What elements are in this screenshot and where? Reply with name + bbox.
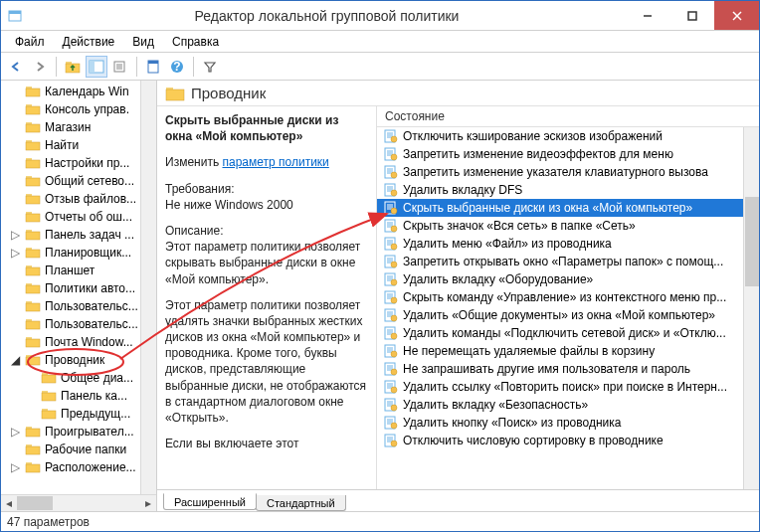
export-list-button[interactable]	[109, 56, 131, 78]
tree-item[interactable]: Предыдущ...	[1, 405, 156, 423]
window-title: Редактор локальной групповой политики	[29, 8, 625, 24]
edit-policy-link[interactable]: параметр политики	[222, 155, 328, 169]
close-button[interactable]	[714, 1, 759, 30]
list-item[interactable]: Удалить «Общие документы» из окна «Мой к…	[377, 306, 759, 324]
tree-item[interactable]: Планшет	[1, 262, 156, 279]
tree-item[interactable]: Пользовательс...	[1, 315, 156, 333]
list-item[interactable]: Отключить числовую сортировку в проводни…	[377, 432, 759, 449]
tree-item[interactable]: Политики авто...	[1, 279, 156, 297]
list-item[interactable]: Скрыть выбранные диски из окна «Мой комп…	[377, 199, 759, 217]
list-vscrollbar[interactable]	[743, 127, 759, 489]
up-button[interactable]	[62, 56, 84, 78]
show-hide-tree-button[interactable]	[86, 56, 107, 78]
policy-icon	[383, 379, 399, 395]
svg-rect-3	[688, 12, 696, 20]
back-button[interactable]	[5, 56, 27, 78]
list-item-label: Удалить команды «Подключить сетевой диск…	[403, 326, 726, 340]
folder-icon	[25, 300, 41, 312]
maximize-button[interactable]	[669, 1, 714, 30]
menu-action[interactable]: Действие	[55, 33, 123, 51]
policy-icon	[383, 325, 399, 341]
list-item[interactable]: Удалить команды «Подключить сетевой диск…	[377, 324, 759, 342]
list-item[interactable]: Не перемещать удаляемые файлы в корзину	[377, 342, 759, 360]
list-item-label: Скрыть значок «Вся сеть» в папке «Сеть»	[403, 219, 636, 233]
tab-standard[interactable]: Стандартный	[256, 495, 346, 511]
tree-item-label: Магазин	[45, 120, 91, 134]
svg-rect-29	[26, 178, 40, 186]
tree-item[interactable]: Панель ка...	[1, 387, 156, 405]
list-item[interactable]: Удалить вкладку «Оборудование»	[377, 270, 759, 288]
titlebar: Редактор локальной групповой политики	[1, 1, 759, 31]
list-item-label: Скрыть выбранные диски из окна «Мой комп…	[403, 201, 692, 215]
tree-item[interactable]: Отзыв файлов...	[1, 190, 156, 208]
svg-text:?: ?	[173, 60, 180, 74]
list-item-label: Запретить изменение указателя клавиатурн…	[403, 165, 708, 179]
tree-item-label: Настройки пр...	[45, 156, 129, 170]
tree-item[interactable]: Почта Window...	[1, 333, 156, 351]
policy-icon	[383, 218, 399, 234]
tree-hscrollbar[interactable]: ◂▸	[1, 494, 156, 511]
minimize-button[interactable]	[625, 1, 669, 30]
forward-button[interactable]	[29, 56, 51, 78]
list-item[interactable]: Скрыть значок «Вся сеть» в папке «Сеть»	[377, 217, 759, 235]
list-item[interactable]: Скрыть команду «Управление» из контекстн…	[377, 288, 759, 306]
help-button[interactable]: ?	[166, 56, 188, 78]
folder-icon	[25, 247, 41, 259]
folder-icon	[25, 318, 41, 330]
list-item-label: Не запрашивать другие имя пользователя и…	[403, 362, 690, 376]
svg-rect-51	[42, 375, 56, 383]
tree-item[interactable]: Рабочие папки	[1, 441, 156, 458]
policy-title: Скрыть выбранные диски из окна «Мой комп…	[165, 112, 368, 144]
filter-button[interactable]	[199, 56, 221, 78]
menu-file[interactable]: Файл	[7, 33, 53, 51]
tree-item-label: Панель задач ...	[45, 228, 134, 242]
tree-item[interactable]: ▷Планировщик...	[1, 244, 156, 262]
folder-icon	[25, 354, 41, 366]
svg-rect-21	[26, 106, 40, 114]
folder-icon	[25, 426, 41, 438]
list-item[interactable]: Удалить меню «Файл» из проводника	[377, 235, 759, 253]
tree-item[interactable]: Магазин	[1, 118, 156, 136]
tree-item[interactable]: Общий сетево...	[1, 172, 156, 190]
svg-rect-37	[26, 250, 40, 258]
folder-icon	[25, 282, 41, 294]
tree-item[interactable]: Консоль управ.	[1, 100, 156, 118]
tree-item-label: Консоль управ.	[45, 102, 129, 116]
list-item[interactable]: Удалить кнопку «Поиск» из проводника	[377, 414, 759, 432]
statusbar: 47 параметров	[1, 511, 759, 531]
list-column-state[interactable]: Состояние	[377, 106, 759, 127]
list-item[interactable]: Отключить кэширование эскизов изображени…	[377, 127, 759, 145]
policy-icon	[383, 164, 399, 180]
tree-item[interactable]: Календарь Win	[1, 83, 156, 100]
list-item[interactable]: Удалить вкладку DFS	[377, 181, 759, 199]
tree-item[interactable]: ▷Панель задач ...	[1, 226, 156, 244]
folder-icon	[41, 408, 57, 420]
tab-extended[interactable]: Расширенный	[163, 493, 257, 510]
menu-view[interactable]: Вид	[124, 33, 162, 51]
folder-icon	[25, 139, 41, 151]
list-item[interactable]: Удалить ссылку «Повторить поиск» при пои…	[377, 378, 759, 396]
tree-item[interactable]: ▷Проигрывател...	[1, 423, 156, 441]
tree-item[interactable]: Настройки пр...	[1, 154, 156, 172]
tree-vscrollbar[interactable]	[140, 81, 156, 494]
svg-rect-47	[26, 339, 40, 347]
tree-item[interactable]: Пользовательс...	[1, 297, 156, 315]
list-item[interactable]: Не запрашивать другие имя пользователя и…	[377, 360, 759, 378]
tree-item[interactable]: Найти	[1, 136, 156, 154]
tree-item[interactable]: ◢Проводник	[1, 351, 156, 369]
list-item[interactable]: Запретить открывать окно «Параметры папо…	[377, 253, 759, 270]
tree-panel: Календарь WinКонсоль управ.МагазинНайтиН…	[1, 81, 157, 511]
tree-item[interactable]: Общее диа...	[1, 369, 156, 387]
list-item-label: Удалить ссылку «Повторить поиск» при пои…	[403, 380, 727, 394]
list-item[interactable]: Запретить изменение видеоэффектов для ме…	[377, 145, 759, 163]
policy-icon	[383, 415, 399, 431]
tree-item-label: Найти	[45, 138, 79, 152]
menu-help[interactable]: Справка	[164, 33, 227, 51]
properties-button[interactable]	[142, 56, 164, 78]
policy-icon	[383, 289, 399, 305]
tree-item[interactable]: Отчеты об ош...	[1, 208, 156, 226]
tree-item[interactable]: ▷Расположение...	[1, 458, 156, 476]
folder-icon	[25, 461, 41, 473]
list-item[interactable]: Удалить вкладку «Безопасность»	[377, 396, 759, 414]
list-item[interactable]: Запретить изменение указателя клавиатурн…	[377, 163, 759, 181]
